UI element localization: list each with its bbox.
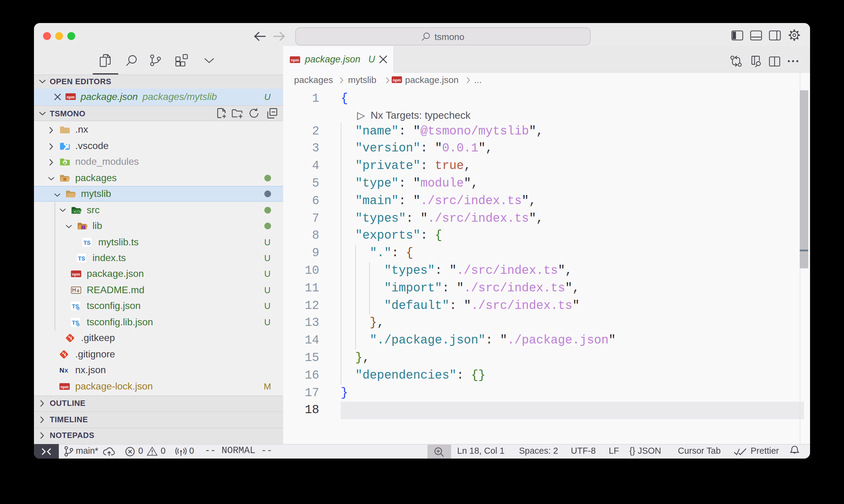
svg-text:npm: npm xyxy=(66,95,74,100)
svg-text:TS: TS xyxy=(83,239,91,246)
svg-text:x: x xyxy=(64,367,68,374)
svg-text:TS: TS xyxy=(77,255,85,262)
svg-text:*: * xyxy=(77,323,79,326)
svg-text:npm: npm xyxy=(72,272,80,277)
svg-text:npm: npm xyxy=(60,384,69,389)
svg-text:N: N xyxy=(59,367,64,374)
svg-text:npm: npm xyxy=(392,77,400,82)
svg-text:js: js xyxy=(64,161,66,164)
svg-text:*: * xyxy=(77,307,79,310)
svg-text:npm: npm xyxy=(291,57,299,62)
svg-text:</>: </> xyxy=(74,209,81,214)
